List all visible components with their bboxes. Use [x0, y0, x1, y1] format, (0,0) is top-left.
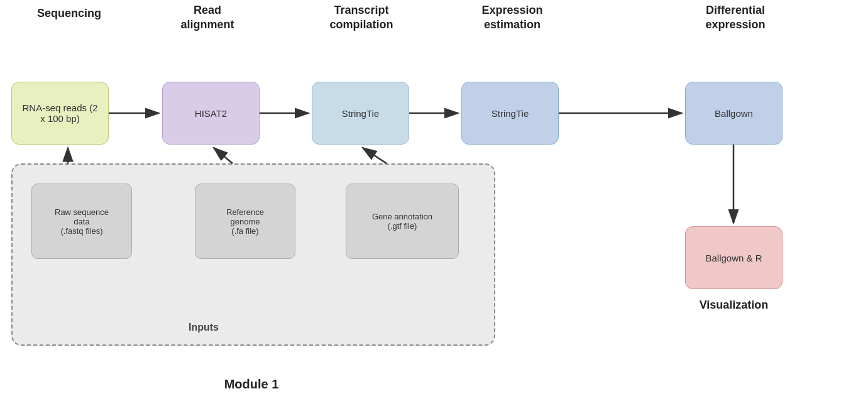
hisat2-box: HISAT2 — [162, 82, 260, 145]
visualization-label: Visualization — [682, 299, 786, 312]
stringtie1-box: StringTie — [312, 82, 409, 145]
rnaseq-box: RNA-seq reads (2x 100 bp) — [11, 82, 109, 145]
inputs-container: Raw sequencedata(.fastq files) Reference… — [11, 163, 495, 346]
header-transcript-compilation: Transcriptcompilation — [308, 3, 415, 33]
svg-line-7 — [214, 148, 233, 163]
header-sequencing: Sequencing — [19, 6, 119, 21]
raw-sequence-box: Raw sequencedata(.fastq files) — [31, 184, 132, 259]
header-expression-estimation: Expressionestimation — [459, 3, 566, 33]
header-differential-expression: Differentialexpression — [679, 3, 792, 33]
diagram: Sequencing Readalignment Transcriptcompi… — [0, 0, 868, 418]
module-label: Module 1 — [126, 377, 377, 392]
ballgown-box: Ballgown — [685, 82, 783, 145]
gene-annotation-box: Gene annotation(.gtf file) — [346, 184, 459, 259]
ballgown-r-box: Ballgown & R — [685, 226, 783, 289]
svg-line-8 — [363, 148, 387, 163]
reference-genome-box: Referencegenome(.fa file) — [195, 184, 295, 259]
inputs-label: Inputs — [189, 322, 219, 333]
stringtie2-box: StringTie — [461, 82, 559, 145]
header-read-alignment: Readalignment — [157, 3, 258, 33]
